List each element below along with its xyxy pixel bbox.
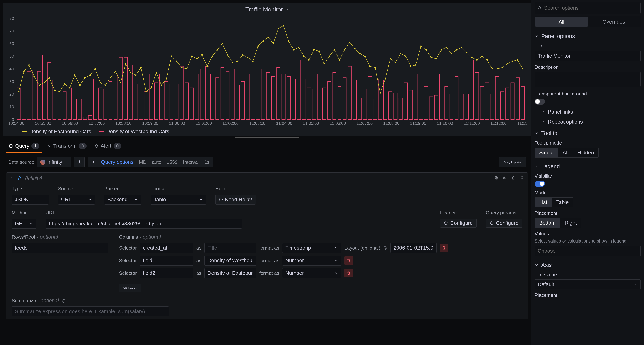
delete-column-button[interactable] (440, 244, 448, 252)
panel-scrollbar[interactable] (234, 137, 300, 138)
svg-point-168 (318, 50, 320, 52)
tooltip-mode-all[interactable]: All (558, 148, 573, 158)
legend-visibility-toggle[interactable] (534, 181, 545, 187)
infinity-icon (40, 160, 45, 165)
legend-mode-list[interactable]: List (535, 197, 552, 207)
svg-point-198 (471, 57, 472, 58)
svg-point-111 (28, 64, 30, 66)
svg-point-127 (110, 77, 111, 78)
svg-point-153 (242, 54, 244, 56)
data-source-settings-button[interactable] (74, 157, 84, 167)
chevron-down-icon[interactable] (10, 176, 14, 180)
info-icon[interactable] (62, 299, 66, 303)
svg-rect-15 (48, 63, 51, 119)
info-icon[interactable] (383, 246, 387, 250)
tab-alert[interactable]: Alert 0 (92, 140, 124, 153)
as-label: as (196, 245, 201, 251)
column-format-select[interactable]: Timestamp (282, 243, 342, 253)
chevron-down-icon (534, 164, 539, 168)
column-layout-input[interactable] (390, 243, 436, 253)
chevron-down-icon (29, 222, 33, 226)
chevron-right-icon[interactable] (92, 160, 96, 164)
svg-point-123 (90, 75, 91, 76)
svg-rect-57 (262, 69, 265, 119)
legend-item-eastbound[interactable]: Density of Eastbound Cars (22, 129, 91, 135)
svg-point-235 (522, 177, 522, 177)
svg-point-186 (410, 66, 412, 67)
column-selector-input[interactable] (140, 255, 193, 265)
svg-point-197 (466, 52, 467, 53)
svg-rect-74 (348, 66, 352, 120)
chevron-down-icon[interactable] (284, 8, 289, 12)
source-select[interactable]: URL (58, 195, 95, 205)
column-selector-input[interactable] (140, 243, 193, 253)
copy-icon[interactable] (494, 176, 498, 180)
add-columns-button[interactable]: Add Columns (119, 284, 141, 292)
summarize-input[interactable] (12, 306, 169, 316)
trash-icon[interactable] (511, 176, 515, 180)
svg-rect-65 (302, 79, 306, 119)
query-options-link[interactable]: Query options (101, 159, 133, 165)
section-tooltip[interactable]: Tooltip (534, 126, 641, 139)
section-panel-options[interactable]: Panel options (534, 29, 641, 42)
tab-query[interactable]: Query 1 (6, 140, 42, 153)
svg-point-135 (150, 87, 152, 88)
search-options-input[interactable] (534, 2, 641, 14)
data-source-picker[interactable]: Infinity (37, 157, 71, 167)
svg-point-116 (54, 90, 55, 91)
column-format-select[interactable]: Number (282, 255, 342, 265)
delete-column-button[interactable] (344, 269, 353, 277)
need-help-button[interactable]: Need Help? (215, 195, 256, 205)
axis-timezone-select[interactable]: Default (534, 279, 641, 289)
column-title-input[interactable] (204, 268, 256, 278)
svg-rect-24 (93, 79, 97, 119)
seg-all[interactable]: All (535, 17, 588, 27)
svg-point-133 (140, 67, 142, 68)
rows-root-input[interactable] (12, 243, 108, 253)
tooltip-mode-single[interactable]: Single (535, 148, 558, 158)
svg-point-175 (354, 48, 355, 49)
svg-point-142 (186, 68, 188, 70)
svg-point-143 (191, 55, 192, 57)
svg-rect-27 (109, 82, 112, 120)
tooltip-mode-hidden[interactable]: Hidden (573, 148, 598, 158)
transparent-bg-toggle[interactable] (534, 99, 545, 105)
section-panel-links[interactable]: Panel links (534, 106, 641, 116)
panel-title-input[interactable] (534, 51, 641, 61)
legend-placement-bottom[interactable]: Bottom (535, 218, 560, 228)
svg-rect-71 (332, 73, 336, 120)
search-icon (538, 6, 542, 10)
svg-rect-70 (328, 82, 331, 120)
panel-description-input[interactable] (534, 72, 641, 87)
headers-configure-button[interactable]: Configure (440, 219, 476, 227)
seg-overrides[interactable]: Overrides (588, 17, 640, 27)
url-input[interactable] (46, 219, 242, 229)
query-inspector-button[interactable]: Query inspector (499, 157, 526, 167)
svg-rect-83 (394, 93, 397, 119)
format-select[interactable]: Table (150, 195, 206, 205)
query-ref-id[interactable]: A (18, 175, 22, 181)
legend-values-sublabel: Select values or calculations to show in… (534, 238, 641, 244)
parser-select[interactable]: Backend (104, 195, 141, 205)
section-axis[interactable]: Axis (534, 258, 641, 271)
column-format-select[interactable]: Number (282, 268, 342, 278)
section-legend[interactable]: Legend (534, 160, 641, 172)
method-select[interactable]: GET (12, 219, 36, 229)
params-configure-button[interactable]: Configure (486, 219, 522, 227)
column-title-input[interactable] (204, 243, 256, 253)
column-title-input[interactable] (204, 255, 256, 265)
tab-transform[interactable]: Transform 0 (44, 140, 90, 153)
legend-item-westbound[interactable]: Density of Westbound Cars (98, 129, 169, 135)
column-selector-input[interactable] (140, 268, 193, 278)
svg-point-167 (313, 49, 314, 50)
drag-handle-icon[interactable] (520, 176, 524, 180)
section-repeat-options[interactable]: Repeat options (534, 116, 641, 126)
legend-values-select[interactable] (534, 245, 641, 256)
svg-point-150 (227, 54, 228, 56)
eye-icon[interactable] (503, 176, 507, 180)
legend-mode-table[interactable]: Table (552, 197, 573, 207)
svg-rect-91 (434, 95, 438, 120)
type-select[interactable]: JSON (12, 195, 49, 205)
legend-placement-right[interactable]: Right (560, 218, 581, 228)
delete-column-button[interactable] (344, 256, 353, 265)
